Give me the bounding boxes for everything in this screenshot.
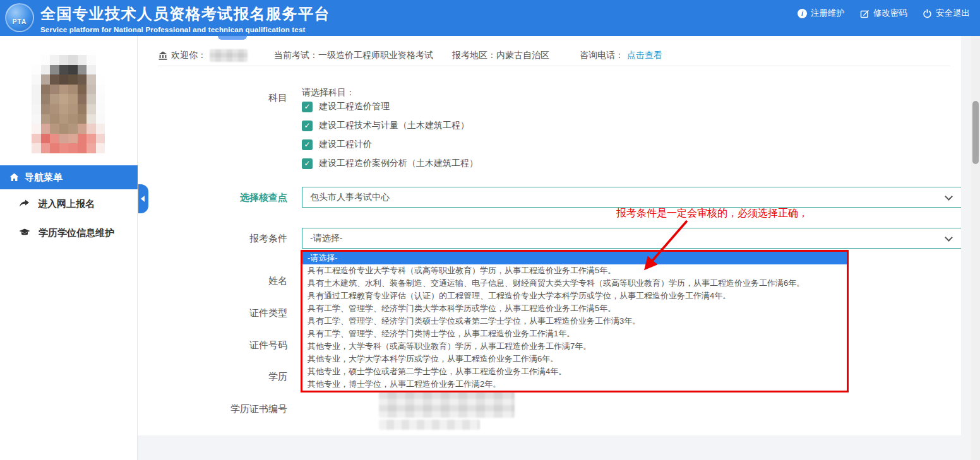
annotation-text: 报考条件是一定会审核的，必须选择正确， (616, 207, 808, 220)
power-icon (923, 9, 932, 18)
dropdown-option[interactable]: 具有工程造价专业大学专科（或高等职业教育）学历，从事工程造价业务工作满5年。 (302, 264, 847, 277)
checkpoint-selected-value: 包头市人事考试中心 (310, 192, 390, 203)
phone-view-link[interactable]: 点击查看 (627, 50, 662, 61)
change-password-link[interactable]: 修改密码 (860, 8, 907, 19)
logout-link[interactable]: 安全退出 (923, 8, 970, 19)
condition-label: 报考条件 (138, 233, 287, 245)
dropdown-option[interactable]: 具有工学、管理学、经济学门类大学本科学历或学位，从事工程造价业务工作满5年。 (302, 302, 847, 315)
header-links: i 注册维护 修改密码 安全退出 (798, 0, 970, 27)
checkbox-checked-icon[interactable]: ✓ (302, 102, 313, 112)
logout-label: 安全退出 (936, 8, 970, 19)
sidebar-item-degree-info[interactable]: 学历学位信息维护 (0, 223, 138, 243)
dropdown-option[interactable]: 具有通过工程教育专业评估（认证）的工程管理、工程造价专业大学本科学历或学位，从事… (302, 290, 847, 302)
header-peek-tab (218, 36, 247, 40)
checkpoint-label: 选择核查点 (138, 192, 287, 204)
vertical-scrollbar[interactable] (971, 36, 980, 460)
sidebar-item-label: 进入网上报名 (38, 198, 95, 210)
welcome-segment: 欢迎你： (158, 49, 248, 62)
nav-menu-header: 导航菜单 (0, 165, 138, 189)
scrollbar-thumb[interactable] (972, 101, 979, 164)
phone-label: 咨询电话： (580, 50, 624, 61)
checkbox-checked-icon[interactable]: ✓ (302, 158, 313, 169)
dropdown-option[interactable]: 具有土木建筑、水利、装备制造、交通运输、电子信息、财经商贸大类大学专科（或高等职… (302, 277, 847, 290)
certificate-number-label: 学历证书编号 (138, 403, 287, 415)
subject-checkbox-row: ✓ 建设工程技术与计量（土木建筑工程） (302, 118, 469, 133)
redacted-content (379, 420, 480, 430)
dropdown-option[interactable]: 其他专业，大学大学本科学历或学位，从事工程造价业务工作满6年。 (302, 353, 847, 365)
id-number-label: 证件号码 (138, 339, 287, 351)
condition-dropdown-list: -请选择- 具有工程造价专业大学专科（或高等职业教育）学历，从事工程造价业务工作… (301, 250, 849, 392)
change-password-label: 修改密码 (873, 8, 907, 19)
education-label: 学历 (138, 371, 287, 383)
chevron-down-icon (945, 192, 953, 201)
subject-option-label: 建设工程计价 (319, 139, 372, 150)
id-type-label: 证件类型 (138, 307, 287, 319)
dropdown-option[interactable]: 其他专业，博士学位，从事工程造价业务工作满2年。 (302, 378, 847, 391)
home-icon (9, 173, 19, 182)
main-content: 欢迎你： 当前考试：一级造价工程师职业资格考试 报考地区：内蒙古自治区 咨询电话… (138, 36, 961, 435)
checkbox-checked-icon[interactable]: ✓ (302, 139, 313, 150)
welcome-bar: 欢迎你： 当前考试：一级造价工程师职业资格考试 报考地区：内蒙古自治区 咨询电话… (158, 45, 950, 66)
condition-selected-value: -请选择- (310, 233, 342, 244)
subject-hint: 请选择科目： (302, 87, 355, 98)
page-subtitle: Service platform for National Profession… (40, 26, 330, 33)
certificate-value-redacted (379, 390, 515, 418)
title-block: 全国专业技术人员资格考试报名服务平台 Service platform for … (40, 4, 330, 33)
checkpoint-select[interactable]: 包头市人事考试中心 (302, 187, 962, 208)
checkbox-checked-icon[interactable]: ✓ (302, 121, 313, 131)
page-gutter (961, 36, 971, 460)
sidebar-collapse-button[interactable] (138, 184, 148, 213)
dropdown-option[interactable]: 具有工学、管理学、经济学门类硕士学位或者第二学士学位，从事工程造价业务工作满3年… (302, 315, 847, 327)
dropdown-option[interactable]: 其他专业，大学专科（或高等职业教育）学历，从事工程造价业务工作满7年。 (302, 340, 847, 353)
edit-icon (860, 9, 869, 18)
nav-menu-label: 导航菜单 (25, 172, 63, 184)
subject-label: 科目 (138, 92, 287, 104)
register-maintain-label: 注册维护 (811, 8, 845, 19)
register-maintain-link[interactable]: i 注册维护 (798, 8, 845, 19)
chevron-left-icon (141, 196, 145, 202)
pta-logo: PTA (5, 3, 34, 32)
subject-checkbox-row: ✓ 建设工程计价 (302, 137, 372, 152)
exam-region: 报考地区：内蒙古自治区 (452, 50, 549, 61)
phone-segment: 咨询电话： 点击查看 (580, 50, 662, 61)
subject-option-label: 建设工程造价管理 (319, 101, 390, 112)
dropdown-option[interactable]: 具有工学、管理学、经济学门类博士学位，从事工程造价业务工作满1年。 (302, 327, 847, 340)
graduation-cap-icon (19, 228, 30, 237)
subject-checkbox-row: ✓ 建设工程造价案例分析（土木建筑工程） (302, 156, 478, 171)
sidebar-item-label: 学历学位信息维护 (39, 227, 114, 239)
page: PTA 全国专业技术人员资格考试报名服务平台 Service platform … (0, 0, 980, 460)
name-label: 姓名 (138, 275, 287, 287)
logo-text: PTA (13, 18, 27, 25)
page-title: 全国专业技术人员资格考试报名服务平台 (40, 4, 330, 24)
chevron-down-icon (945, 233, 953, 242)
current-exam: 当前考试：一级造价工程师职业资格考试 (274, 50, 433, 61)
condition-select[interactable]: -请选择- (302, 228, 962, 249)
subject-checkbox-row: ✓ 建设工程造价管理 (302, 99, 390, 114)
user-name-redacted (210, 49, 248, 62)
sidebar-item-online-signup[interactable]: 进入网上报名 (0, 194, 138, 214)
info-icon: i (798, 9, 807, 18)
enter-arrow-icon (19, 199, 30, 208)
subject-option-label: 建设工程技术与计量（土木建筑工程） (319, 120, 469, 131)
header: PTA 全国专业技术人员资格考试报名服务平台 Service platform … (0, 0, 980, 36)
dropdown-option[interactable]: 其他专业，硕士学位或者第二学士学位，从事工程造价业务工作满4年。 (302, 365, 847, 378)
subject-option-label: 建设工程造价案例分析（土木建筑工程） (319, 158, 478, 169)
sidebar: 导航菜单 进入网上报名 学历学位信息维护 (0, 36, 138, 460)
welcome-greeting: 欢迎你： (171, 50, 206, 61)
bank-icon (158, 50, 168, 61)
user-photo (32, 55, 105, 153)
dropdown-option[interactable]: -请选择- (302, 252, 847, 264)
